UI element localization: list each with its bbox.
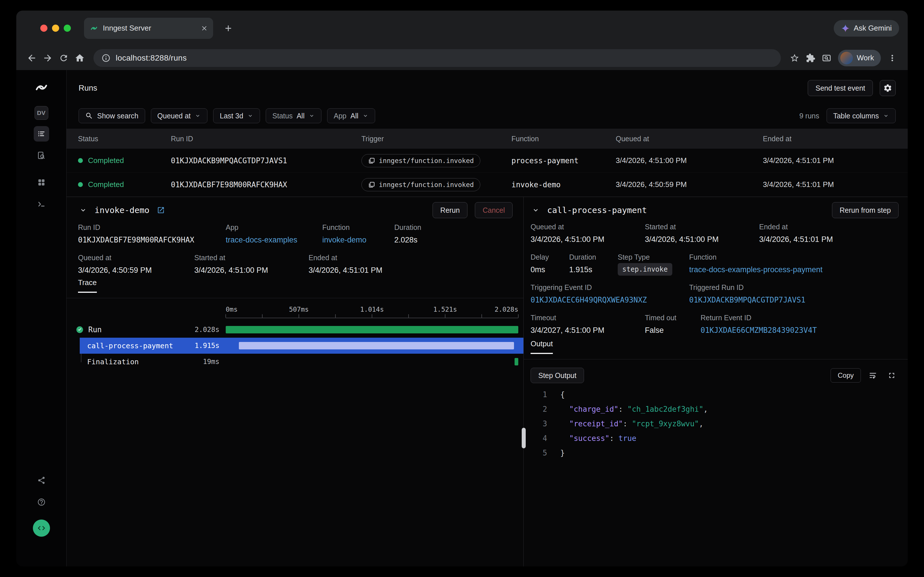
trace-row-run[interactable]: Run 2.028s	[67, 322, 524, 338]
trigger-badge[interactable]: inngest/function.invoked	[362, 154, 480, 167]
step-type-badge: step.invoke	[618, 263, 672, 276]
chevron-down-icon	[309, 113, 315, 119]
tab-output[interactable]: Output	[530, 339, 553, 354]
app-filter[interactable]: App All	[327, 108, 375, 123]
new-tab-button[interactable]	[220, 21, 236, 36]
inngest-logo	[34, 80, 49, 95]
browser-menu-icon[interactable]	[884, 50, 900, 66]
settings-gear-icon[interactable]	[880, 80, 896, 96]
collapse-step-chevron-icon[interactable]	[530, 205, 541, 215]
profile-label: Work	[857, 53, 874, 62]
search-icon	[85, 112, 93, 120]
trigger-badge[interactable]: inngest/function.invoked	[362, 178, 480, 191]
gemini-sparkle-icon	[841, 24, 850, 32]
extensions-icon[interactable]	[803, 50, 819, 66]
meta-label: Function	[322, 223, 394, 232]
trace-row-finalization[interactable]: Finalization 19ms	[67, 354, 524, 370]
step-title: call-process-payment	[547, 205, 647, 215]
minimize-window-button[interactable]	[52, 24, 59, 32]
sidebar-item-runs[interactable]	[34, 126, 49, 142]
table-columns-button[interactable]: Table columns	[827, 108, 896, 123]
meta-label: Run ID	[78, 223, 226, 232]
collapse-run-chevron-icon[interactable]	[78, 205, 88, 215]
profile-button[interactable]: Work	[838, 50, 881, 66]
help-icon[interactable]	[34, 494, 49, 510]
meta-label: Queued at	[78, 254, 194, 262]
step-duration-value: 1.915s	[569, 265, 618, 274]
chevron-down-icon	[247, 113, 254, 119]
step-output-button[interactable]: Step Output	[530, 368, 584, 383]
ended-at: 3/4/2026, 4:51:01 PM	[763, 156, 908, 165]
wrap-text-icon[interactable]	[866, 369, 880, 382]
search-in-browser-icon[interactable]	[819, 50, 834, 66]
function-name: invoke-demo	[511, 181, 616, 189]
span-name: Finalization	[87, 358, 139, 366]
meta-label: Return Event ID	[701, 314, 902, 322]
inngest-favicon-icon	[90, 24, 98, 32]
step-function-link[interactable]: trace-docs-examples-process-payment	[689, 265, 902, 274]
expand-icon[interactable]	[885, 369, 898, 382]
event-icon	[368, 181, 375, 189]
rerun-from-step-button[interactable]: Rerun from step	[832, 202, 898, 218]
meta-label: Duration	[394, 223, 518, 232]
rerun-button[interactable]: Rerun	[432, 202, 468, 218]
inngest-app: DV	[16, 70, 908, 566]
trace-row-call-process-payment[interactable]: call-process-payment 1.915s	[67, 338, 524, 354]
meta-label: Timeout	[530, 314, 645, 322]
time-range-filter[interactable]: Last 3d	[213, 108, 260, 123]
timeout-value: 3/4/2027, 4:51:00 PM	[530, 326, 645, 335]
span-bar	[239, 342, 514, 350]
trace-waterfall: Run 2.028s call-process-payment 1.915s	[67, 322, 524, 370]
timeline-tick-label: 1.014s	[360, 306, 384, 313]
sidebar-item-functions[interactable]	[34, 197, 49, 212]
back-button[interactable]	[24, 50, 40, 66]
share-icon[interactable]	[34, 473, 49, 488]
table-row[interactable]: Completed 01KJXDACKB9MPQACGTDP7JAVS1 inn…	[67, 149, 908, 173]
reload-button[interactable]	[56, 50, 72, 66]
send-test-event-button[interactable]: Send test event	[808, 80, 873, 96]
triggering-event-link[interactable]: 01KJXDACEC6H49QRQXWEA93NXZ	[530, 296, 689, 304]
meta-label: Ended at	[309, 254, 518, 262]
app-main: Runs Send test event Show search Queued …	[67, 70, 908, 566]
filter-bar: Show search Queued at Last 3d Status All…	[67, 108, 908, 124]
me­ta-label: Timed out	[645, 314, 701, 322]
show-search-button[interactable]: Show search	[79, 108, 145, 123]
url-bar[interactable]: localhost:8288/runs	[93, 49, 781, 67]
triggered-run-link[interactable]: 01KJXDACKB9MPQACGTDP7JAVS1	[689, 296, 902, 304]
copy-button[interactable]: Copy	[831, 368, 861, 383]
panel-resize-handle[interactable]	[522, 428, 526, 448]
delay-value: 0ms	[530, 265, 569, 274]
workspace-badge[interactable]: DV	[35, 106, 48, 120]
sidebar-bottom	[33, 466, 50, 537]
status-filter[interactable]: Status All	[266, 108, 321, 123]
browser-tab[interactable]: Inngest Server	[84, 18, 213, 39]
close-tab-icon[interactable]	[201, 24, 208, 32]
duration-value: 2.028s	[394, 235, 518, 245]
chevron-down-icon	[883, 113, 889, 119]
function-link[interactable]: invoke-demo	[322, 235, 394, 245]
sidebar-item-apps[interactable]	[34, 175, 49, 190]
run-id-value: 01KJXDACBF7E98M00RAFCK9HAX	[78, 235, 226, 244]
forward-button[interactable]	[40, 50, 56, 66]
ask-gemini-label: Ask Gemini	[854, 24, 892, 32]
span-duration: 1.915s	[194, 342, 219, 350]
zoom-window-button[interactable]	[64, 24, 71, 32]
bookmark-star-icon[interactable]	[787, 50, 803, 66]
external-link-icon[interactable]	[156, 205, 166, 215]
ask-gemini-button[interactable]: Ask Gemini	[834, 20, 899, 37]
return-event-link[interactable]: 01KJXDAE66CMZMB28439023V4T	[701, 326, 902, 335]
cancel-button[interactable]: Cancel	[475, 202, 513, 218]
app-link[interactable]: trace-docs-examples	[226, 235, 322, 245]
step-started-value: 3/4/2026, 4:51:00 PM	[645, 235, 759, 244]
close-window-button[interactable]	[40, 24, 47, 32]
status-dot	[78, 182, 83, 187]
status-badge: Completed	[88, 180, 124, 189]
site-info-icon[interactable]	[101, 53, 111, 63]
table-row[interactable]: Completed 01KJXDACBF7E98M00RAFCK9HAX inn…	[67, 173, 908, 197]
home-button[interactable]	[72, 50, 88, 66]
queued-at-filter[interactable]: Queued at	[151, 108, 208, 123]
sidebar-item-search[interactable]	[34, 148, 49, 163]
dev-tools-button[interactable]	[33, 519, 50, 537]
tab-trace[interactable]: Trace	[78, 278, 97, 293]
span-duration: 2.028s	[194, 326, 219, 334]
